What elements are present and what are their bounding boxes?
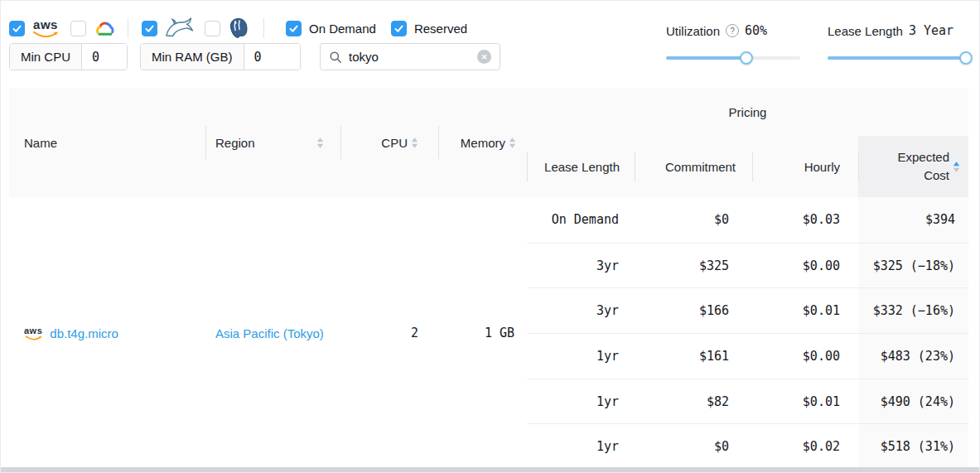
gcp-provider-checkbox[interactable] — [70, 21, 86, 36]
lease-length-label: Lease Length — [828, 24, 903, 38]
pricing-rows: On Demand $0 $0.03 $394 3yr $325 $0.00 $… — [527, 197, 968, 469]
commitment-value: $325 — [635, 243, 752, 288]
memory-column-header[interactable]: Memory — [438, 88, 527, 197]
window-bottom-edge — [1, 467, 979, 472]
pricing-row: 3yr $325 $0.00 $325 (−18%) — [527, 243, 968, 288]
filter-divider — [263, 18, 264, 38]
instance-name-cell: aws db.t4g.micro — [9, 197, 205, 469]
search-input[interactable] — [349, 50, 471, 64]
min-ram-group: Min RAM (GB) — [140, 43, 301, 70]
aws-logo-icon: aws — [32, 18, 59, 38]
lease-length-value: 1yr — [527, 423, 635, 469]
filter-divider — [128, 18, 128, 38]
sort-icon[interactable] — [509, 137, 516, 149]
pricing-group-header: Pricing — [527, 88, 968, 136]
postgresql-logo-icon — [228, 17, 249, 39]
on-demand-label: On Demand — [309, 22, 376, 36]
postgresql-engine-checkbox[interactable] — [205, 21, 220, 36]
pricing-row: On Demand $0 $0.03 $394 — [527, 197, 968, 243]
min-cpu-group: Min CPU — [9, 43, 128, 70]
hourly-value: $0.01 — [752, 287, 858, 333]
lease-length-value: 3yr — [527, 243, 635, 288]
lease-length-slider-thumb[interactable] — [959, 51, 973, 65]
table-header: Name Region CPU Memory Pricing Lease Len… — [9, 88, 968, 197]
memory-cell: 1 GB — [438, 197, 527, 469]
region-cell: Asia Pacific (Tokyo) — [205, 197, 340, 469]
check-icon — [144, 23, 155, 34]
hourly-value: $0.01 — [752, 379, 858, 424]
instance-name-link[interactable]: db.t4g.micro — [50, 326, 118, 340]
hourly-column-header[interactable]: Hourly — [752, 136, 858, 197]
commitment-value: $166 — [635, 287, 752, 333]
aws-provider-icon: aws — [24, 326, 42, 340]
utilization-value: 60% — [745, 23, 767, 38]
search-box: ✕ — [320, 43, 500, 70]
sort-asc-active-icon[interactable] — [953, 161, 960, 173]
pricing-row: 1yr $0 $0.02 $518 (31%) — [527, 423, 968, 469]
lease-length-value: On Demand — [527, 197, 635, 243]
commitment-value: $0 — [635, 423, 752, 469]
commitment-value: $0 — [635, 197, 752, 243]
search-icon — [329, 51, 342, 64]
aws-provider-checkbox[interactable] — [9, 21, 25, 36]
utilization-label: Utilization — [666, 24, 720, 38]
utilization-slider-thumb[interactable] — [740, 51, 753, 65]
reserved-checkbox[interactable] — [391, 21, 407, 36]
region-column-header[interactable]: Region — [205, 88, 340, 197]
check-icon — [288, 23, 299, 34]
lease-length-column-header[interactable]: Lease Length — [527, 136, 635, 197]
expected-cost-value: $483 (23%) — [858, 333, 968, 379]
commitment-value: $82 — [635, 379, 752, 424]
check-icon — [12, 23, 22, 34]
on-demand-checkbox[interactable] — [286, 21, 302, 36]
filter-bar: aws — [9, 17, 467, 40]
pricing-comparison-page: aws — [0, 0, 980, 473]
pricing-row: 1yr $82 $0.01 $490 (24%) — [527, 379, 968, 424]
lease-length-value: 1yr — [527, 333, 635, 379]
pricing-row: 3yr $166 $0.01 $332 (−16%) — [527, 287, 968, 333]
hourly-value: $0.00 — [752, 333, 858, 379]
utilization-slider[interactable] — [666, 51, 800, 65]
commitment-column-header[interactable]: Commitment — [635, 136, 752, 197]
hourly-value: $0.02 — [752, 423, 858, 469]
sort-icon[interactable] — [316, 137, 324, 149]
pricing-row: 1yr $161 $0.00 $483 (23%) — [527, 333, 968, 379]
table-body: aws db.t4g.micro Asia Pacific (Tokyo) 2 … — [9, 197, 968, 469]
min-ram-label: Min RAM (GB) — [141, 44, 244, 70]
help-icon[interactable]: ? — [726, 24, 739, 37]
name-column-header[interactable]: Name — [9, 88, 205, 197]
min-cpu-input[interactable] — [82, 44, 127, 70]
gcp-logo-icon — [94, 20, 116, 37]
commitment-value: $161 — [635, 333, 752, 379]
sort-icon[interactable] — [411, 137, 418, 149]
lease-length-value: 1yr — [527, 379, 635, 424]
expected-cost-column-header[interactable]: Expected Cost — [858, 136, 968, 197]
expected-cost-value: $332 (−16%) — [858, 287, 968, 333]
cpu-column-header[interactable]: CPU — [340, 88, 438, 197]
instances-table: Name Region CPU Memory Pricing Lease Len… — [9, 88, 968, 469]
min-cpu-label: Min CPU — [10, 44, 82, 70]
cpu-cell: 2 — [340, 197, 438, 469]
expected-cost-value: $325 (−18%) — [858, 243, 968, 288]
check-icon — [393, 23, 404, 34]
mysql-logo-icon — [165, 17, 195, 39]
reserved-label: Reserved — [414, 22, 467, 36]
region-link[interactable]: Asia Pacific (Tokyo) — [215, 326, 324, 340]
clear-search-icon[interactable]: ✕ — [477, 50, 491, 64]
hourly-value: $0.00 — [752, 243, 858, 288]
instance-row: aws db.t4g.micro Asia Pacific (Tokyo) 2 … — [9, 197, 527, 469]
min-ram-input[interactable] — [244, 44, 301, 70]
expected-cost-value: $490 (24%) — [858, 379, 968, 424]
mysql-engine-checkbox[interactable] — [142, 21, 157, 36]
expected-cost-value: $518 (31%) — [858, 423, 968, 469]
lease-length-slider[interactable] — [828, 51, 966, 65]
lease-length-value: 3 Year — [909, 23, 953, 38]
lease-length-control: Lease Length 3 Year — [828, 23, 966, 65]
lease-length-value: 3yr — [527, 287, 635, 333]
utilization-control: Utilization ? 60% — [666, 23, 800, 65]
expected-cost-value: $394 — [858, 197, 968, 243]
hourly-value: $0.03 — [752, 197, 858, 243]
